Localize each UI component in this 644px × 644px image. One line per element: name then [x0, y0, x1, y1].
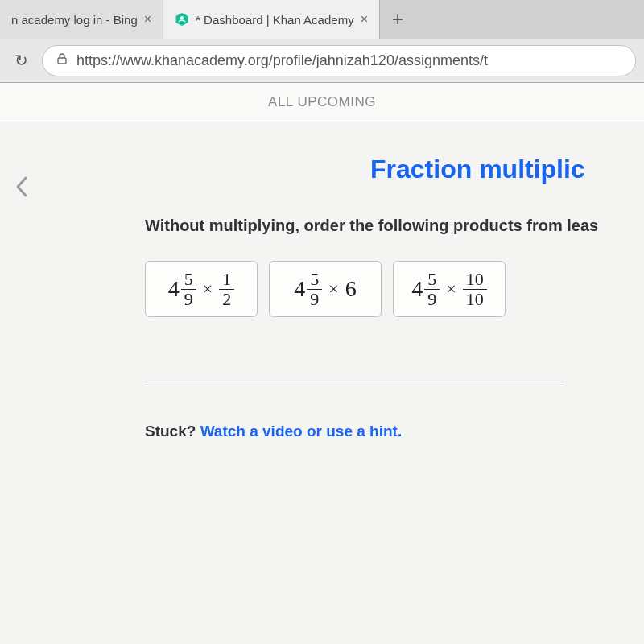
tab-bing[interactable]: n academy log in - Bing ×	[0, 0, 163, 39]
stuck-label: Stuck?	[145, 423, 200, 440]
url-text: https://www.khanacademy.org/profile/jahn…	[76, 52, 488, 69]
multiply-icon: ×	[203, 279, 213, 299]
multiplier-fraction: 10 10	[463, 270, 487, 308]
reload-icon: ↻	[14, 51, 28, 70]
close-icon[interactable]: ×	[144, 13, 151, 26]
chevron-left-icon	[14, 178, 29, 203]
exercise-title: Fraction multiplic	[145, 155, 628, 184]
tab-bar: n academy log in - Bing × * Dashboard | …	[0, 0, 644, 39]
product-tile[interactable]: 4 5 9 × 6	[269, 261, 382, 317]
back-button[interactable]	[14, 175, 29, 204]
tab-title: * Dashboard | Khan Academy	[196, 13, 354, 27]
multiplier-fraction: 1 2	[219, 270, 234, 308]
plus-icon: +	[392, 8, 403, 31]
page-area: ALL UPCOMING Fraction multiplic Without …	[0, 83, 644, 644]
new-tab-button[interactable]: +	[380, 0, 415, 39]
tab-title: n academy log in - Bing	[11, 13, 138, 27]
reload-button[interactable]: ↻	[8, 47, 34, 73]
browser-chrome: n academy log in - Bing × * Dashboard | …	[0, 0, 644, 83]
close-icon[interactable]: ×	[361, 13, 368, 26]
mixed-number: 4 5 9	[294, 270, 322, 308]
exercise-content: Fraction multiplic Without multiplying, …	[0, 122, 644, 456]
address-bar[interactable]: https://www.khanacademy.org/profile/jahn…	[42, 45, 636, 76]
nav-label: ALL UPCOMING	[268, 94, 376, 109]
svg-point-1	[180, 16, 184, 19]
multiply-icon: ×	[328, 279, 338, 299]
assignments-nav[interactable]: ALL UPCOMING	[0, 83, 644, 122]
question-text: Without multiplying, order the following…	[145, 217, 628, 235]
tab-khan-academy[interactable]: * Dashboard | Khan Academy ×	[163, 0, 380, 39]
mixed-number: 4 5 9	[411, 270, 440, 308]
multiplier-whole: 6	[345, 276, 357, 302]
svg-rect-2	[58, 58, 66, 64]
product-tile[interactable]: 4 5 9 × 10 10	[393, 261, 506, 317]
stuck-row: Stuck? Watch a video or use a hint.	[145, 423, 628, 440]
mixed-number: 4 5 9	[168, 270, 196, 308]
drop-slot-line[interactable]	[145, 382, 564, 382]
product-tile[interactable]: 4 5 9 × 1 2	[145, 261, 258, 317]
address-bar-row: ↻ https://www.khanacademy.org/profile/ja…	[0, 39, 644, 82]
tiles-row: 4 5 9 × 1 2 4 5 9	[145, 261, 628, 317]
lock-icon	[56, 52, 68, 69]
hint-link[interactable]: Watch a video or use a hint.	[200, 423, 402, 440]
khan-favicon-icon	[175, 12, 189, 27]
multiply-icon: ×	[446, 279, 456, 299]
